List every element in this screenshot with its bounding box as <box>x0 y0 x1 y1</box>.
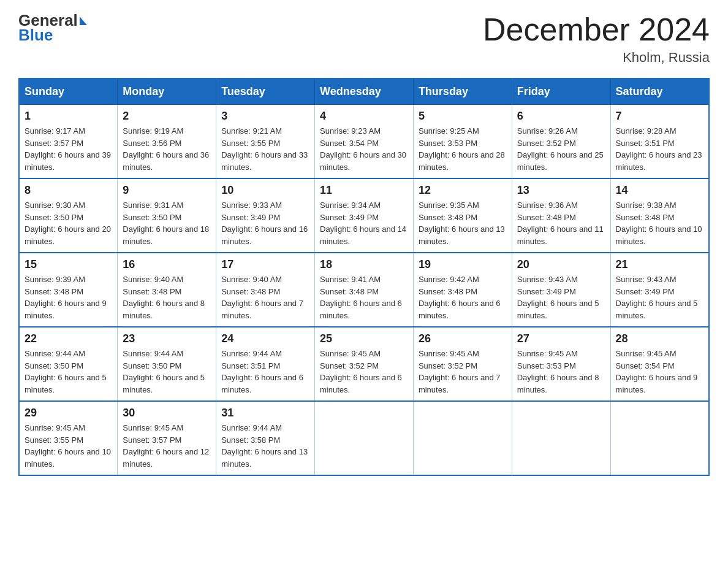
calendar-cell: 3Sunrise: 9:21 AMSunset: 3:55 PMDaylight… <box>216 105 315 179</box>
calendar-cell: 15Sunrise: 9:39 AMSunset: 3:48 PMDayligh… <box>19 253 118 327</box>
calendar-cell: 11Sunrise: 9:34 AMSunset: 3:49 PMDayligh… <box>315 178 414 253</box>
day-number: 4 <box>320 110 408 123</box>
day-info: Sunrise: 9:44 AMSunset: 3:50 PMDaylight:… <box>25 348 112 396</box>
day-number: 29 <box>25 407 112 419</box>
calendar-cell: 22Sunrise: 9:44 AMSunset: 3:50 PMDayligh… <box>19 327 118 401</box>
day-number: 17 <box>221 258 309 271</box>
calendar-cell: 19Sunrise: 9:42 AMSunset: 3:48 PMDayligh… <box>413 253 512 327</box>
calendar-cell: 30Sunrise: 9:45 AMSunset: 3:57 PMDayligh… <box>118 401 216 475</box>
day-number: 2 <box>123 110 211 123</box>
day-info: Sunrise: 9:45 AMSunset: 3:53 PMDaylight:… <box>517 348 605 396</box>
day-info: Sunrise: 9:45 AMSunset: 3:55 PMDaylight:… <box>25 422 112 470</box>
day-info: Sunrise: 9:34 AMSunset: 3:49 PMDaylight:… <box>320 199 408 247</box>
calendar-header-saturday: Saturday <box>610 79 709 105</box>
title-block: December 2024 Kholm, Russia <box>483 12 710 66</box>
day-info: Sunrise: 9:36 AMSunset: 3:48 PMDaylight:… <box>517 199 605 247</box>
logo: General Blue <box>18 12 87 45</box>
day-number: 28 <box>616 332 703 345</box>
day-info: Sunrise: 9:39 AMSunset: 3:48 PMDaylight:… <box>25 274 112 321</box>
calendar-header-friday: Friday <box>512 79 610 105</box>
day-info: Sunrise: 9:45 AMSunset: 3:57 PMDaylight:… <box>123 422 211 470</box>
calendar-cell <box>610 401 709 475</box>
day-number: 30 <box>123 407 211 419</box>
calendar-cell: 24Sunrise: 9:44 AMSunset: 3:51 PMDayligh… <box>216 327 315 401</box>
day-info: Sunrise: 9:43 AMSunset: 3:49 PMDaylight:… <box>517 274 605 321</box>
day-number: 3 <box>221 110 309 123</box>
day-info: Sunrise: 9:40 AMSunset: 3:48 PMDaylight:… <box>123 274 211 321</box>
calendar-week-row: 8Sunrise: 9:30 AMSunset: 3:50 PMDaylight… <box>19 178 709 253</box>
day-info: Sunrise: 9:31 AMSunset: 3:50 PMDaylight:… <box>123 199 211 247</box>
day-info: Sunrise: 9:40 AMSunset: 3:48 PMDaylight:… <box>221 274 309 321</box>
logo-blue-text: Blue <box>18 26 53 45</box>
day-number: 15 <box>25 258 112 271</box>
calendar-header-monday: Monday <box>118 79 216 105</box>
day-number: 14 <box>616 184 703 197</box>
calendar-cell: 14Sunrise: 9:38 AMSunset: 3:48 PMDayligh… <box>610 178 709 253</box>
calendar-header-sunday: Sunday <box>19 79 118 105</box>
calendar-cell: 23Sunrise: 9:44 AMSunset: 3:50 PMDayligh… <box>118 327 216 401</box>
day-info: Sunrise: 9:44 AMSunset: 3:58 PMDaylight:… <box>221 422 309 470</box>
calendar-header-tuesday: Tuesday <box>216 79 315 105</box>
calendar-cell: 13Sunrise: 9:36 AMSunset: 3:48 PMDayligh… <box>512 178 610 253</box>
calendar-cell: 25Sunrise: 9:45 AMSunset: 3:52 PMDayligh… <box>315 327 414 401</box>
day-info: Sunrise: 9:17 AMSunset: 3:57 PMDaylight:… <box>25 125 112 173</box>
day-info: Sunrise: 9:45 AMSunset: 3:52 PMDaylight:… <box>419 348 507 396</box>
calendar-cell <box>512 401 610 475</box>
calendar-header-thursday: Thursday <box>413 79 512 105</box>
day-number: 11 <box>320 184 408 197</box>
day-number: 18 <box>320 258 408 271</box>
day-number: 19 <box>419 258 507 271</box>
day-info: Sunrise: 9:25 AMSunset: 3:53 PMDaylight:… <box>419 125 507 173</box>
day-number: 10 <box>221 184 309 197</box>
day-info: Sunrise: 9:44 AMSunset: 3:51 PMDaylight:… <box>221 348 309 396</box>
calendar-cell: 20Sunrise: 9:43 AMSunset: 3:49 PMDayligh… <box>512 253 610 327</box>
logo-triangle-icon <box>80 17 87 25</box>
calendar-week-row: 22Sunrise: 9:44 AMSunset: 3:50 PMDayligh… <box>19 327 709 401</box>
day-number: 6 <box>517 110 605 123</box>
day-info: Sunrise: 9:45 AMSunset: 3:54 PMDaylight:… <box>616 348 703 396</box>
page-header: General Blue December 2024 Kholm, Russia <box>18 12 710 66</box>
calendar-week-row: 15Sunrise: 9:39 AMSunset: 3:48 PMDayligh… <box>19 253 709 327</box>
calendar-cell: 12Sunrise: 9:35 AMSunset: 3:48 PMDayligh… <box>413 178 512 253</box>
calendar-cell: 21Sunrise: 9:43 AMSunset: 3:49 PMDayligh… <box>610 253 709 327</box>
calendar-cell <box>413 401 512 475</box>
day-info: Sunrise: 9:42 AMSunset: 3:48 PMDaylight:… <box>419 274 507 321</box>
calendar-cell <box>315 401 414 475</box>
calendar-cell: 9Sunrise: 9:31 AMSunset: 3:50 PMDaylight… <box>118 178 216 253</box>
day-info: Sunrise: 9:28 AMSunset: 3:51 PMDaylight:… <box>616 125 703 173</box>
day-number: 23 <box>123 332 211 345</box>
calendar-cell: 4Sunrise: 9:23 AMSunset: 3:54 PMDaylight… <box>315 105 414 179</box>
day-number: 1 <box>25 110 112 123</box>
calendar-title: December 2024 <box>483 12 710 47</box>
calendar-cell: 2Sunrise: 9:19 AMSunset: 3:56 PMDaylight… <box>118 105 216 179</box>
day-number: 13 <box>517 184 605 197</box>
day-info: Sunrise: 9:26 AMSunset: 3:52 PMDaylight:… <box>517 125 605 173</box>
day-info: Sunrise: 9:30 AMSunset: 3:50 PMDaylight:… <box>25 199 112 247</box>
calendar-cell: 26Sunrise: 9:45 AMSunset: 3:52 PMDayligh… <box>413 327 512 401</box>
day-info: Sunrise: 9:41 AMSunset: 3:48 PMDaylight:… <box>320 274 408 321</box>
calendar-cell: 1Sunrise: 9:17 AMSunset: 3:57 PMDaylight… <box>19 105 118 179</box>
calendar-week-row: 29Sunrise: 9:45 AMSunset: 3:55 PMDayligh… <box>19 401 709 475</box>
calendar-header-row: SundayMondayTuesdayWednesdayThursdayFrid… <box>19 79 709 105</box>
day-number: 22 <box>25 332 112 345</box>
day-number: 20 <box>517 258 605 271</box>
calendar-cell: 7Sunrise: 9:28 AMSunset: 3:51 PMDaylight… <box>610 105 709 179</box>
calendar-cell: 6Sunrise: 9:26 AMSunset: 3:52 PMDaylight… <box>512 105 610 179</box>
day-number: 7 <box>616 110 703 123</box>
calendar-cell: 17Sunrise: 9:40 AMSunset: 3:48 PMDayligh… <box>216 253 315 327</box>
day-info: Sunrise: 9:35 AMSunset: 3:48 PMDaylight:… <box>419 199 507 247</box>
calendar-cell: 18Sunrise: 9:41 AMSunset: 3:48 PMDayligh… <box>315 253 414 327</box>
day-number: 25 <box>320 332 408 345</box>
calendar-cell: 16Sunrise: 9:40 AMSunset: 3:48 PMDayligh… <box>118 253 216 327</box>
day-info: Sunrise: 9:21 AMSunset: 3:55 PMDaylight:… <box>221 125 309 173</box>
day-number: 21 <box>616 258 703 271</box>
day-info: Sunrise: 9:38 AMSunset: 3:48 PMDaylight:… <box>616 199 703 247</box>
day-number: 24 <box>221 332 309 345</box>
day-info: Sunrise: 9:45 AMSunset: 3:52 PMDaylight:… <box>320 348 408 396</box>
calendar-table: SundayMondayTuesdayWednesdayThursdayFrid… <box>18 78 710 476</box>
day-number: 5 <box>419 110 507 123</box>
day-info: Sunrise: 9:19 AMSunset: 3:56 PMDaylight:… <box>123 125 211 173</box>
calendar-header-wednesday: Wednesday <box>315 79 414 105</box>
day-number: 31 <box>221 407 309 419</box>
calendar-cell: 8Sunrise: 9:30 AMSunset: 3:50 PMDaylight… <box>19 178 118 253</box>
